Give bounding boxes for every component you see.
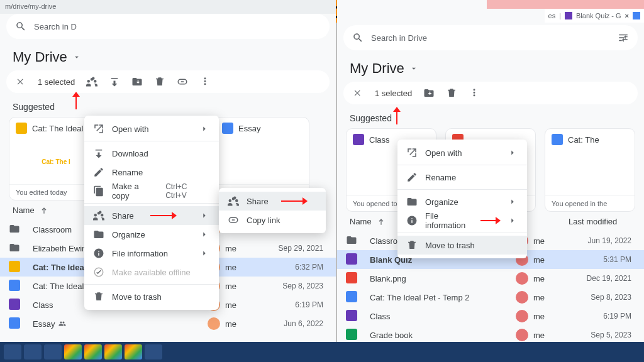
suggested-card[interactable]: Cat: TheYou opened in the	[545, 128, 635, 212]
menu-open-with[interactable]: Open with	[397, 143, 527, 162]
taskbar-item[interactable]	[145, 344, 162, 359]
browser-tabs[interactable]: es | Blank Quiz - G ×	[545, 9, 644, 23]
owner: me	[533, 293, 566, 302]
submenu-copy-link[interactable]: Copy link	[219, 211, 326, 229]
taskbar-item[interactable]	[44, 344, 62, 359]
tab-b[interactable]: Blank Quiz - G	[576, 12, 621, 19]
forms-icon	[346, 310, 357, 321]
link-icon[interactable]	[177, 76, 188, 87]
taskbar-item[interactable]	[104, 344, 122, 359]
more-icon[interactable]	[469, 87, 480, 99]
trash-icon[interactable]	[154, 76, 165, 87]
date: 6:19 PM	[569, 312, 631, 321]
menu-rename[interactable]: Rename	[84, 163, 219, 182]
menu-trash[interactable]: Move to trash	[397, 236, 527, 255]
owner: me	[225, 300, 258, 310]
avatar	[516, 291, 528, 304]
annotation-arrow-up	[396, 108, 397, 124]
search-bar[interactable]: Search in D	[6, 14, 330, 39]
chevron-right-icon	[199, 124, 210, 133]
taskbar-item[interactable]	[125, 344, 142, 359]
owner: me	[533, 312, 566, 321]
selection-toolbar: 1 selected	[6, 70, 330, 93]
avatar	[516, 329, 528, 341]
annotation-arrow-up	[75, 93, 77, 109]
chevron-right-icon	[507, 216, 518, 225]
selected-count: 1 selected	[38, 77, 75, 87]
menu-file-info[interactable]: File information	[397, 211, 527, 230]
taskbar-item[interactable]	[4, 344, 21, 359]
owner: me	[225, 319, 258, 329]
avatar	[516, 272, 528, 285]
tab-a[interactable]: es	[548, 12, 556, 19]
tab-strip-bg	[487, 0, 644, 9]
heading[interactable]: My Drive	[0, 39, 336, 70]
download-icon[interactable]	[109, 76, 120, 87]
file-name: Cat: The Ideal Pet - Temp 2	[370, 293, 513, 302]
search-bar[interactable]: Search in Drive	[343, 25, 638, 50]
annotation-arrow-right	[150, 215, 175, 216]
share-icon[interactable]	[86, 76, 97, 87]
selection-toolbar: 1 selected	[343, 82, 638, 104]
docs-icon	[346, 291, 357, 302]
taskbar-item[interactable]	[84, 344, 102, 359]
pane-after: es | Blank Quiz - G × Search in Drive My…	[337, 0, 644, 342]
col-name[interactable]: Name	[350, 217, 372, 226]
chevron-right-icon	[507, 197, 518, 206]
menu-organize[interactable]: Organize	[397, 192, 527, 211]
table-row[interactable]: EssaymeJun 6, 2022	[0, 314, 336, 333]
taskbar-item[interactable]	[64, 344, 82, 359]
menu-download[interactable]: Download	[84, 144, 219, 163]
search-icon	[352, 32, 364, 43]
close-icon[interactable]: ×	[625, 12, 629, 19]
avatar	[516, 310, 528, 322]
col-modified[interactable]: Last modified	[569, 217, 631, 226]
docs-icon	[633, 12, 640, 19]
taskbar[interactable]	[0, 342, 644, 362]
selected-count: 1 selected	[375, 89, 412, 98]
taskbar-item[interactable]	[24, 344, 42, 359]
owner: me	[225, 244, 258, 253]
heading-text: My Drive	[350, 60, 404, 77]
forms-icon	[353, 134, 364, 145]
owner: me	[533, 255, 566, 265]
close-icon[interactable]	[15, 77, 26, 86]
suggested-label: Suggested	[0, 93, 336, 117]
tune-icon[interactable]	[618, 32, 629, 43]
table-row[interactable]: Cat: The Ideal Pet - Temp 2meSep 8, 2023	[337, 288, 644, 307]
avatar	[208, 317, 220, 330]
menu-file-info[interactable]: File information	[84, 244, 219, 263]
menu-offline: Make available offline	[84, 263, 219, 282]
menu-trash[interactable]: Move to trash	[84, 287, 219, 306]
menu-open-with[interactable]: Open with	[84, 119, 219, 138]
menu-rename[interactable]: Rename	[397, 168, 527, 187]
date: Sep 8, 2023	[569, 293, 631, 302]
table-row[interactable]: Classme6:19 PM	[337, 307, 644, 326]
owner: me	[533, 331, 566, 340]
more-icon[interactable]	[199, 76, 211, 87]
chevron-right-icon	[199, 249, 210, 258]
owner: me	[533, 236, 566, 246]
date: 6:19 PM	[260, 300, 323, 309]
sort-up-icon[interactable]	[375, 217, 387, 226]
address-bar[interactable]: m/drive/my-drive	[0, 0, 336, 14]
menu-organize[interactable]: Organize	[84, 225, 219, 244]
menu-share[interactable]: Share	[84, 206, 219, 225]
date: 6:32 PM	[260, 263, 323, 272]
submenu-share[interactable]: Share	[219, 192, 326, 211]
slides-icon	[16, 123, 27, 134]
docs-icon	[222, 123, 233, 134]
heading[interactable]: My Drive	[337, 50, 644, 82]
close-icon[interactable]	[352, 89, 364, 97]
sort-up-icon[interactable]	[38, 206, 50, 215]
chevron-right-icon	[507, 148, 518, 157]
trash-icon[interactable]	[446, 87, 457, 99]
menu-make-a-copy[interactable]: Make a copyCtrl+C Ctrl+V	[84, 182, 219, 200]
move-icon[interactable]	[423, 87, 435, 99]
share-submenu: Share Copy link	[219, 188, 326, 233]
suggested-label: Suggested	[337, 104, 644, 128]
table-row[interactable]: Blank.pngmeDec 19, 2021	[337, 269, 644, 288]
date: Jun 6, 2022	[260, 319, 323, 328]
move-icon[interactable]	[131, 76, 143, 87]
docs-icon	[9, 280, 20, 291]
